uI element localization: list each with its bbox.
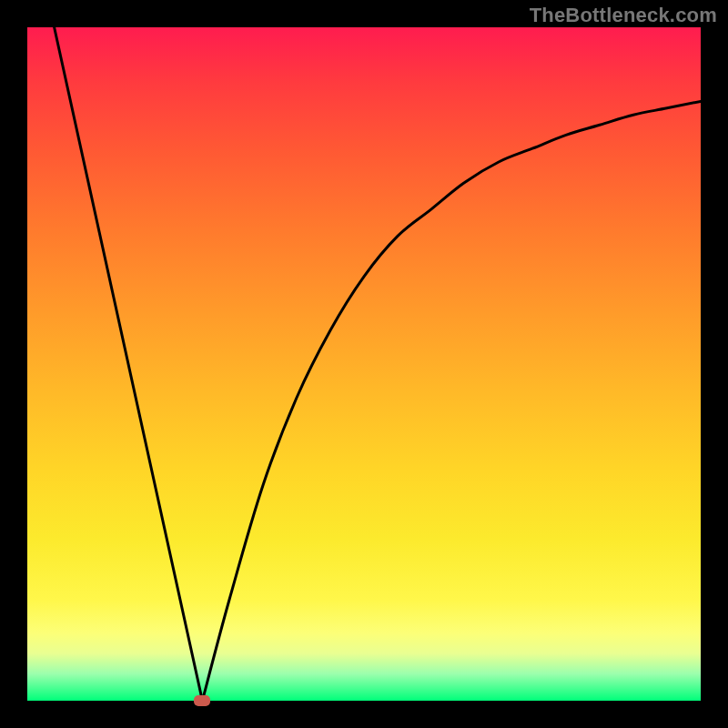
curve-right-branch: [202, 101, 701, 701]
curve-layer: [27, 27, 701, 701]
optimum-marker: [194, 695, 210, 706]
curve-left-branch: [55, 27, 203, 701]
attribution-text: TheBottleneck.com: [530, 4, 717, 27]
chart-frame: TheBottleneck.com: [0, 0, 728, 728]
plot-area: [27, 27, 701, 701]
